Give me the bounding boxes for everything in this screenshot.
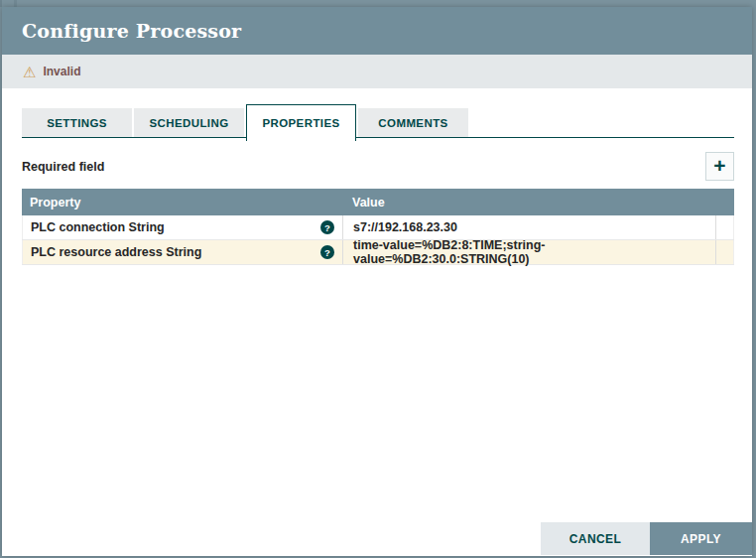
tab-comments[interactable]: COMMENTS xyxy=(358,108,468,137)
tab-scheduling-label: SCHEDULING xyxy=(149,117,228,129)
add-property-button[interactable]: + xyxy=(705,152,734,181)
required-field-label: Required field xyxy=(22,160,104,174)
tab-comments-label: COMMENTS xyxy=(378,117,447,129)
tab-scheduling[interactable]: SCHEDULING xyxy=(134,108,244,137)
help-icon[interactable]: ? xyxy=(320,220,334,234)
property-action-cell xyxy=(716,240,734,264)
plus-icon: + xyxy=(713,155,725,176)
property-value-cell[interactable]: time-value=%DB2:8:TIME;string-value=%DB2… xyxy=(342,240,716,264)
tab-properties-label: PROPERTIES xyxy=(262,117,339,129)
warning-triangle-icon: ⚠ xyxy=(23,65,36,79)
dialog-content: SETTINGS SCHEDULING PROPERTIES COMMENTS … xyxy=(2,88,752,265)
column-header-value: Value xyxy=(342,196,716,209)
property-name: PLC connection String xyxy=(31,220,320,234)
dialog-header: Configure Processor xyxy=(2,7,752,55)
property-row-plc-connection[interactable]: PLC connection String ? s7://192.168.23.… xyxy=(22,215,734,240)
dialog-title: Configure Processor xyxy=(22,20,241,42)
validation-status-text: Invalid xyxy=(43,65,80,78)
tab-bar: SETTINGS SCHEDULING PROPERTIES COMMENTS xyxy=(22,104,734,138)
properties-table-header: Property Value xyxy=(22,189,734,215)
property-name: PLC resource address String xyxy=(31,245,320,259)
property-row-plc-resource-address[interactable]: PLC resource address String ? time-value… xyxy=(22,240,734,265)
tab-properties[interactable]: PROPERTIES xyxy=(246,104,356,141)
background-toolbar-strip xyxy=(0,0,756,7)
validation-status-bar: ⚠ Invalid xyxy=(2,55,752,88)
dialog-footer: CANCEL APPLY xyxy=(541,522,752,555)
properties-toolbar: Required field + xyxy=(22,152,734,181)
help-icon[interactable]: ? xyxy=(320,245,334,259)
property-action-cell xyxy=(716,215,734,239)
property-name-cell: PLC resource address String ? xyxy=(22,240,342,264)
column-header-property: Property xyxy=(22,196,342,209)
property-value-cell[interactable]: s7://192.168.23.30 xyxy=(342,215,716,239)
tab-settings[interactable]: SETTINGS xyxy=(22,108,132,137)
apply-button[interactable]: APPLY xyxy=(650,522,752,555)
properties-table: Property Value PLC connection String ? s… xyxy=(22,189,734,265)
cancel-button[interactable]: CANCEL xyxy=(541,522,650,555)
configure-processor-dialog: Configure Processor ⚠ Invalid SETTINGS S… xyxy=(2,7,752,556)
tab-settings-label: SETTINGS xyxy=(47,117,107,129)
property-name-cell: PLC connection String ? xyxy=(22,215,342,239)
